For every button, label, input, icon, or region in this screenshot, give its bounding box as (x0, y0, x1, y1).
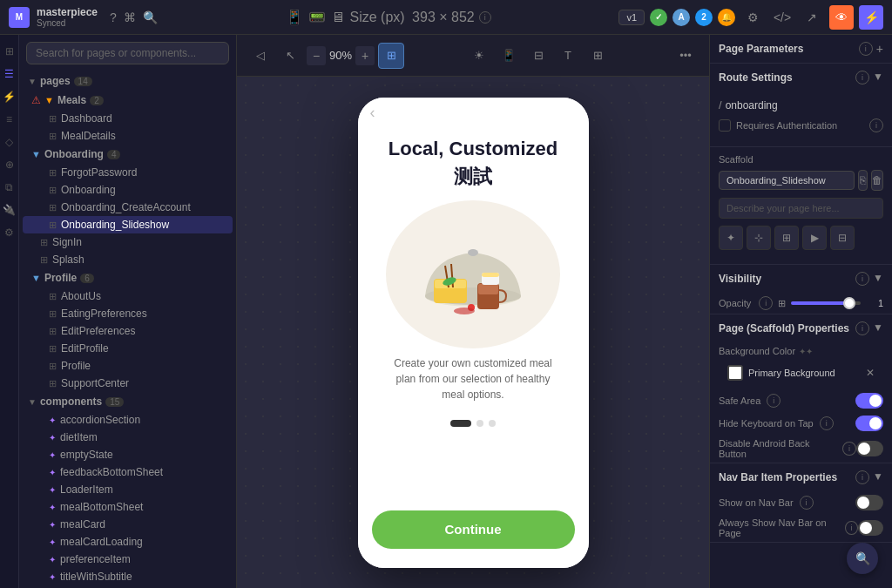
select-tool[interactable]: ↖ (277, 43, 303, 69)
build-icon[interactable]: ⊞ (2, 44, 17, 59)
profile-item[interactable]: ⊞ Profile (23, 357, 233, 375)
dietitem-item[interactable]: ✦ dietItem (23, 429, 233, 446)
onboarding-group[interactable]: ▼ Onboarding 4 (23, 145, 233, 164)
forgotpassword-item[interactable]: ⊞ ForgotPassword (23, 164, 233, 181)
navbar-props-collapse-icon[interactable]: ▼ (873, 470, 883, 484)
zoom-in-btn[interactable]: + (355, 46, 375, 65)
sun-icon[interactable]: ☀ (466, 43, 492, 69)
component-tool-3[interactable]: ⊞ (774, 226, 799, 250)
toolbar-center: ☀ 📱 ⊟ T ⊞ (466, 43, 611, 69)
slide-subtitle: 测試 (454, 166, 492, 188)
page-params-add-icon[interactable]: + (876, 42, 883, 56)
onboarding-createaccount-item[interactable]: ⊞ Onboarding_CreateAccount (23, 199, 233, 216)
disable-android-back-toggle[interactable] (856, 441, 883, 456)
assets-icon[interactable]: ⊕ (2, 157, 17, 172)
mealcardloading-item[interactable]: ✦ mealCardLoading (23, 533, 233, 551)
route-settings-header[interactable]: Route Settings i ▼ (710, 64, 892, 91)
logic-icon[interactable]: ◇ (2, 134, 17, 150)
mealcard-item[interactable]: ✦ mealCard (23, 516, 233, 533)
visibility-collapse-icon[interactable]: ▼ (873, 272, 883, 286)
scaffold-delete-btn[interactable]: 🗑 (871, 170, 883, 191)
profile-group[interactable]: ▼ Profile 6 (23, 268, 233, 287)
component-tool-1[interactable]: ✦ (719, 226, 743, 250)
editprefs-item[interactable]: ⊞ EditPreferences (23, 322, 233, 340)
onboarding-item[interactable]: ⊞ Onboarding (23, 181, 233, 199)
onboarding-slideshow-item[interactable]: ⊞ Onboarding_Slideshow (23, 216, 233, 233)
page-description-input[interactable] (719, 198, 883, 219)
publish-icon[interactable]: ⚡ (859, 5, 883, 30)
frame-tool[interactable]: ⊞ (378, 43, 404, 69)
supportcenter-item[interactable]: ⊞ SupportCenter (23, 375, 233, 392)
tablet-icon[interactable]: 📟 (308, 9, 326, 25)
search-input[interactable] (26, 42, 229, 64)
scaffold-props-collapse-icon[interactable]: ▼ (873, 321, 883, 335)
scaffold-copy-btn[interactable]: ⎘ (858, 170, 868, 191)
route-settings-info-icon[interactable]: i (855, 71, 869, 84)
safe-area-toggle[interactable] (855, 393, 883, 409)
hide-keyboard-toggle[interactable] (855, 416, 883, 431)
search-fab[interactable]: 🔍 (847, 543, 878, 574)
mealcardloading-component-icon: ✦ (49, 537, 56, 547)
mealdetails-item[interactable]: ⊞ MealDetails (23, 127, 233, 145)
editprofile-item[interactable]: ⊞ EditProfile (23, 340, 233, 357)
splash-item[interactable]: ⊞ Splash (23, 251, 233, 268)
accordion-item[interactable]: ✦ accordionSection (23, 411, 233, 429)
components-group-header[interactable]: ▼ components 15 (23, 392, 233, 411)
desktop-icon[interactable]: 🖥 (331, 10, 345, 25)
preview-icon[interactable]: 👁 (829, 5, 854, 30)
mealbottomsheet-item[interactable]: ✦ mealBottomSheet (23, 498, 233, 516)
bg-color-swatch[interactable] (727, 365, 743, 381)
continue-button[interactable]: Continue (372, 510, 575, 549)
more-icon[interactable]: ••• (672, 43, 699, 69)
signin-item[interactable]: ⊞ SignIn (23, 233, 233, 251)
requires-auth-checkbox[interactable] (719, 119, 731, 132)
profile-label: Profile (61, 360, 91, 372)
titlewithsubtitle-item[interactable]: ✦ titleWithSubtitle (23, 568, 233, 585)
dashboard-item[interactable]: ⊞ Dashboard (23, 110, 233, 127)
component-tool-2[interactable]: ⊹ (747, 226, 771, 250)
help-icon[interactable]: ? (110, 10, 117, 24)
meals-group[interactable]: ⚠ ▼ Meals 2 (23, 91, 233, 110)
settings-nav-icon[interactable]: ⚙ (2, 225, 17, 240)
emptystate-item[interactable]: ✦ emptyState (23, 446, 233, 463)
component-tool-4[interactable]: ▶ (802, 226, 827, 250)
search-icon[interactable]: 🔍 (143, 10, 158, 24)
feedbackbottomsheet-item[interactable]: ✦ feedbackBottomSheet (23, 463, 233, 481)
back-chevron-icon[interactable]: ‹ (370, 104, 375, 122)
aboutus-item[interactable]: ⊞ AboutUs (23, 287, 233, 305)
eatingprefs-item[interactable]: ⊞ EatingPreferences (23, 305, 233, 322)
navbar-props-header[interactable]: Nav Bar Item Properties i ▼ (710, 463, 892, 491)
share-icon[interactable]: ↗ (800, 5, 824, 30)
route-settings-collapse-icon[interactable]: ▼ (873, 71, 883, 84)
show-nav-bar-toggle[interactable] (855, 495, 883, 510)
component-tool-5[interactable]: ⊟ (830, 226, 855, 250)
hide-keyboard-info-icon: i (820, 416, 834, 430)
visibility-header[interactable]: Visibility i ▼ (710, 265, 892, 293)
zoom-out-btn[interactable]: − (307, 46, 326, 65)
command-icon[interactable]: ⌘ (124, 10, 136, 24)
text-icon[interactable]: T (555, 43, 581, 69)
variables-icon[interactable]: ≡ (2, 112, 17, 127)
opacity-slider[interactable] (791, 301, 861, 305)
scaffold-props-header[interactable]: Page (Scaffold) Properties i ▼ (710, 314, 892, 342)
layout-icon[interactable]: ⊟ (525, 43, 551, 69)
mobile-icon[interactable]: 📱 (286, 9, 303, 25)
extensions-icon[interactable]: 🔌 (2, 202, 17, 218)
page-params-info-icon[interactable]: i (859, 42, 873, 56)
grid-icon[interactable]: ⊞ (585, 43, 611, 69)
connect-icon[interactable]: ⚡ (2, 89, 17, 105)
always-show-nav-bar-toggle[interactable] (858, 520, 883, 536)
loaderitem-item[interactable]: ✦ LoaderItem (23, 481, 233, 498)
preferenceitem-item[interactable]: ✦ preferenceItem (23, 551, 233, 568)
nav-back-icon[interactable]: ◁ (247, 43, 274, 69)
scaffold-input[interactable] (719, 171, 855, 190)
code-icon[interactable]: </> (770, 5, 794, 30)
pages-group-header[interactable]: ▼ pages 14 (23, 71, 233, 91)
layers-icon[interactable]: ⧉ (2, 179, 17, 195)
pages-icon[interactable]: ☰ (2, 66, 17, 82)
bg-color-remove-btn[interactable]: ✕ (866, 367, 875, 379)
settings-icon[interactable]: ⚙ (740, 5, 765, 30)
page-parameters-header[interactable]: Page Parameters i + (710, 35, 892, 63)
mobile-preview-icon[interactable]: 📱 (496, 43, 522, 69)
version-selector[interactable]: v1 (618, 10, 645, 25)
